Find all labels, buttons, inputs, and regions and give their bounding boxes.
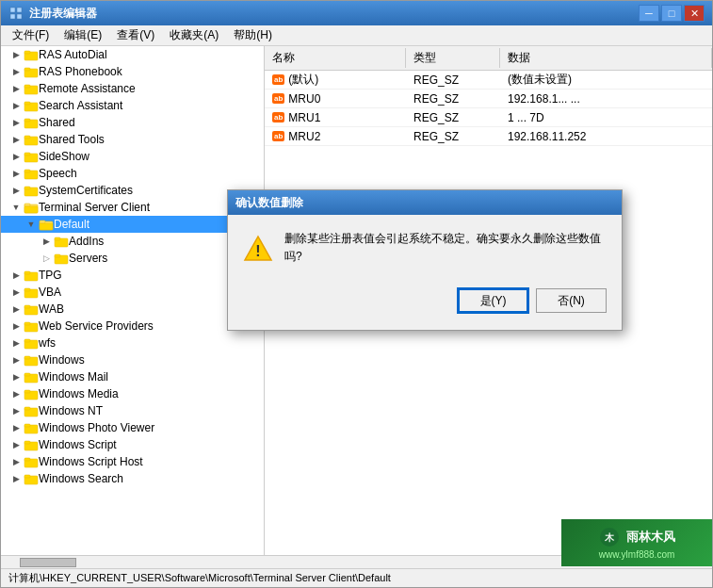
no-button[interactable]: 否(N) bbox=[536, 288, 607, 313]
dialog-title-bar: 确认数值删除 bbox=[228, 190, 622, 215]
svg-text:!: ! bbox=[255, 243, 260, 259]
dialog-title: 确认数值删除 bbox=[235, 195, 303, 211]
dialog-buttons: 是(Y) 否(N) bbox=[228, 281, 622, 328]
main-window: 注册表编辑器 ─ □ ✕ 文件(F) 编辑(E) 查看(V) 收藏夹(A) 帮助… bbox=[0, 0, 713, 588]
warning-icon: ! bbox=[243, 234, 273, 264]
confirm-dialog: 确认数值删除 ! 删除某些注册表值会引起系统不稳定。确实要永久删除这些数值吗? … bbox=[227, 189, 623, 331]
yes-button[interactable]: 是(Y) bbox=[458, 288, 528, 313]
dialog-content: ! 删除某些注册表值会引起系统不稳定。确实要永久删除这些数值吗? bbox=[228, 215, 622, 281]
dialog-message: 删除某些注册表值会引起系统不稳定。确实要永久删除这些数值吗? bbox=[284, 230, 607, 266]
dialog-overlay: 确认数值删除 ! 删除某些注册表值会引起系统不稳定。确实要永久删除这些数值吗? … bbox=[1, 1, 712, 587]
